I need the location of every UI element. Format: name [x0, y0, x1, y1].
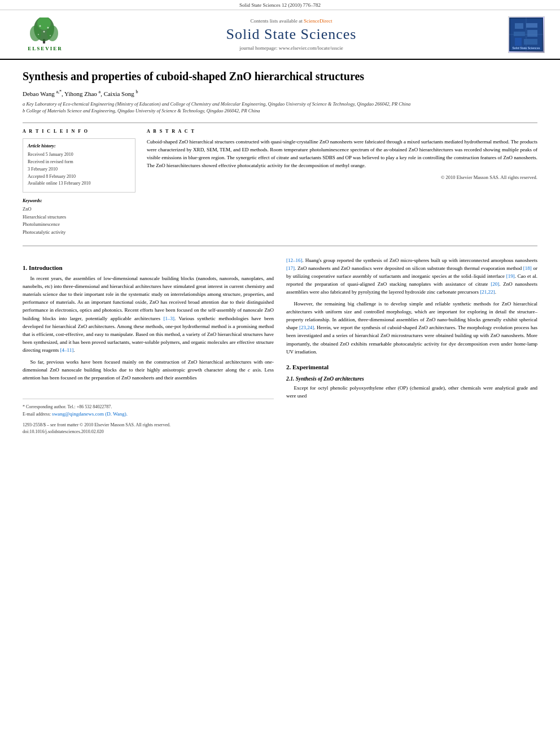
footnote-area: * Corresponding author. Tel.: +86 532 84… — [23, 399, 274, 435]
svg-point-8 — [38, 34, 39, 35]
keywords-box: Keywords: ZnO Hierarchical structures Ph… — [23, 198, 135, 236]
header-center: Contents lists available at ScienceDirec… — [79, 18, 504, 51]
keyword-1: ZnO — [23, 206, 135, 213]
intro-para-1: In recent years, the assemblies of low-d… — [23, 274, 274, 355]
article-history-box: Article history: Received 5 January 2010… — [23, 138, 135, 193]
sciencedirect-line: Contents lists available at ScienceDirec… — [79, 18, 504, 24]
divider-2 — [23, 246, 537, 246]
footnote-corresponding: * Corresponding author. Tel.: +86 532 84… — [23, 404, 274, 410]
body-col-left: 1. Introduction In recent years, the ass… — [23, 256, 274, 435]
keyword-2: Hierarchical structures — [23, 213, 135, 221]
ref-4-11[interactable]: [4–11] — [60, 347, 73, 353]
svg-rect-19 — [524, 39, 537, 45]
revised-label: Received in revised form — [28, 159, 130, 166]
journal-title: Solid State Sciences — [79, 26, 504, 43]
ref-23-24[interactable]: [23,24] — [299, 325, 314, 330]
history-label: Article history: — [28, 143, 130, 148]
copyright-line: © 2010 Elsevier Masson SAS. All rights r… — [147, 174, 537, 180]
svg-point-9 — [50, 35, 51, 36]
svg-text:Solid State Sciences: Solid State Sciences — [513, 46, 540, 50]
affiliation-a: a Key Laboratory of Eco-chemical Enginee… — [23, 101, 537, 108]
ref-21-22[interactable]: [21,22] — [480, 289, 495, 295]
article-info-column: A R T I C L E I N F O Article history: R… — [23, 129, 135, 236]
keyword-4: Photocatalytic activity — [23, 229, 135, 237]
svg-rect-17 — [527, 30, 537, 37]
experimental-heading: 2. Experimental — [286, 364, 537, 370]
available-date: Available online 13 February 2010 — [28, 180, 130, 187]
article-title: Synthesis and properties of cuboid-shape… — [23, 69, 537, 84]
journal-reference: Solid State Sciences 12 (2010) 776–782 — [239, 2, 321, 8]
accepted-date: Accepted 8 February 2010 — [28, 173, 130, 181]
elsevier-tree-icon — [24, 18, 67, 45]
received-date: Received 5 January 2010 — [28, 151, 130, 159]
footnote-email-link[interactable]: swang@qingdanews.com (D. Wang). — [52, 411, 128, 417]
keywords-label: Keywords: — [23, 198, 135, 203]
ref-17[interactable]: [17] — [286, 265, 295, 271]
svg-rect-14 — [515, 23, 523, 29]
main-content: Synthesis and properties of cuboid-shape… — [0, 60, 560, 447]
article-info-label: A R T I C L E I N F O — [23, 129, 135, 134]
journal-homepage: journal homepage: www.elsevier.com/locat… — [79, 45, 504, 51]
svg-point-6 — [47, 27, 49, 29]
svg-rect-16 — [514, 32, 525, 36]
svg-point-5 — [39, 25, 41, 27]
synthesis-subheading: 2.1. Synthesis of ZnO architectures — [286, 376, 537, 382]
body-col-right: [12–16]. Huang's group reported the synt… — [286, 256, 537, 435]
right-intro-para-2: However, the remaining big challenge is … — [286, 300, 537, 356]
ref-1-3[interactable]: [1–3] — [163, 316, 174, 321]
right-intro-para-1: [12–16]. Huang's group reported the synt… — [286, 256, 537, 296]
footnote-doi: doi:10.1016/j.solidstatesciences.2010.02… — [23, 429, 274, 435]
author-names: Debao Wang a,*, Yihong Zhao a, Caixia So… — [23, 90, 138, 97]
divider-1 — [23, 123, 537, 123]
journal-badge: Solid State Sciences — [508, 16, 545, 53]
intro-para-2: So far, previous works have been focused… — [23, 358, 274, 382]
article-info-abstract-row: A R T I C L E I N F O Article history: R… — [23, 129, 537, 236]
abstract-label: A B S T R A C T — [147, 129, 537, 134]
revised-date: 3 February 2010 — [28, 166, 130, 173]
sciencedirect-link[interactable]: ScienceDirect — [304, 18, 332, 24]
top-bar: Solid State Sciences 12 (2010) 776–782 — [0, 0, 560, 10]
ref-18[interactable]: [18] — [523, 265, 532, 271]
ref-19[interactable]: [19] — [506, 273, 515, 279]
svg-point-7 — [43, 31, 45, 33]
svg-rect-18 — [515, 38, 522, 46]
ref-12-16[interactable]: [12–16] — [286, 257, 303, 263]
elsevier-label: ELSEVIER — [28, 46, 63, 51]
keyword-3: Photoluminescence — [23, 221, 135, 229]
svg-rect-15 — [526, 23, 537, 28]
authors-line: Debao Wang a,*, Yihong Zhao a, Caixia So… — [23, 89, 537, 97]
journal-badge-right: Solid State Sciences — [504, 15, 549, 54]
badge-icon: Solid State Sciences — [509, 18, 543, 51]
footnote-email: E-mail address: swang@qingdanews.com (D.… — [23, 410, 274, 418]
elsevier-logo-left: ELSEVIER — [11, 15, 79, 54]
body-two-col: 1. Introduction In recent years, the ass… — [23, 256, 537, 435]
footnote-issn: 1293-2558/$ – see front matter © 2010 El… — [23, 422, 274, 429]
affiliation-b: b College of Materials Science and Engin… — [23, 107, 537, 115]
abstract-text: Cuboid-shaped ZnO hierarchical structure… — [147, 138, 537, 170]
introduction-heading: 1. Introduction — [23, 264, 274, 271]
experimental-para-1: Except for octyl phenolic polyoxyethylen… — [286, 384, 537, 400]
journal-header: ELSEVIER Contents lists available at Sci… — [0, 10, 560, 60]
abstract-column: A B S T R A C T Cuboid-shaped ZnO hierar… — [147, 129, 537, 236]
ref-20[interactable]: [20] — [491, 281, 499, 287]
affiliations: a Key Laboratory of Eco-chemical Enginee… — [23, 101, 537, 115]
